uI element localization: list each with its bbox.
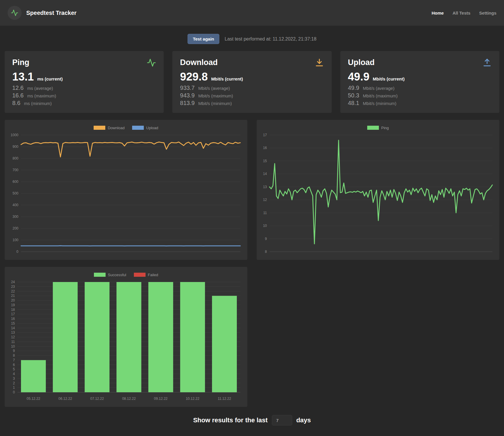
card-title: Upload: [348, 58, 492, 67]
legend-item-download[interactable]: Download: [94, 126, 125, 130]
stat-cards: Ping 13.1 ms (current) 12.6 ms (average)…: [5, 51, 499, 113]
stat-label: ms (average): [27, 86, 53, 91]
nav-home[interactable]: Home: [432, 10, 444, 15]
current-value-row: 929.8 Mbit/s (current): [180, 71, 324, 83]
stat-label: ms (maximum): [27, 93, 56, 98]
ping-chart-panel: Ping 891011121314151617: [257, 120, 499, 260]
svg-text:12: 12: [263, 198, 267, 202]
show-results-label: Show results for the last: [193, 416, 268, 424]
svg-text:10: 10: [263, 224, 267, 228]
current-unit: Mbit/s (current): [211, 76, 243, 81]
current-unit: ms (current): [37, 76, 63, 81]
current-value: 49.9: [348, 71, 370, 83]
stat-row: 8.6 ms (minimum): [12, 99, 156, 107]
legend-item-ping[interactable]: Ping: [367, 126, 389, 130]
card-title: Ping: [12, 58, 156, 67]
upload-card: Upload 49.9 Mbit/s (current) 49.9 Mbit/s…: [340, 51, 499, 113]
svg-text:0: 0: [13, 390, 15, 394]
svg-text:19: 19: [11, 303, 15, 307]
legend-label: Ping: [381, 126, 389, 130]
svg-text:21: 21: [11, 294, 15, 298]
tests-chart-panel: SuccessfulFailed 01234567891011121314151…: [5, 267, 247, 407]
svg-text:15: 15: [11, 321, 15, 325]
svg-text:10: 10: [11, 344, 15, 349]
tests-chart-legend: SuccessfulFailed: [8, 270, 244, 279]
svg-text:600: 600: [13, 180, 18, 184]
svg-text:22: 22: [11, 289, 15, 293]
app-logo[interactable]: [8, 6, 22, 20]
svg-text:11.12.22: 11.12.22: [218, 397, 231, 401]
stat-row: 50.3 Mbit/s (maximum): [348, 92, 492, 99]
svg-text:11: 11: [263, 211, 267, 215]
svg-text:07.12.22: 07.12.22: [90, 397, 104, 401]
legend-swatch: [134, 273, 146, 277]
current-value: 13.1: [12, 71, 34, 83]
svg-text:3: 3: [13, 377, 15, 381]
svg-text:15: 15: [263, 159, 267, 163]
tests-chart-canvas: 0123456789101112131415161718192021222324…: [8, 279, 244, 403]
legend-item-successful[interactable]: Successful: [94, 273, 126, 277]
app-header: Speedtest Tracker Home All Tests Setting…: [0, 0, 504, 26]
legend-swatch: [132, 126, 144, 130]
stat-label: Mbit/s (maximum): [363, 93, 398, 98]
stat-value: 813.9: [180, 100, 195, 106]
svg-text:7: 7: [13, 358, 15, 362]
svg-text:9: 9: [13, 349, 15, 353]
stat-row: 48.1 Mbit/s (minimum): [348, 99, 492, 107]
show-results-row: Show results for the last days: [0, 415, 504, 426]
stat-row: 943.9 Mbit/s (maximum): [180, 92, 324, 99]
svg-text:16: 16: [11, 317, 15, 321]
current-value-row: 49.9 Mbit/s (current): [348, 71, 492, 83]
svg-text:13: 13: [263, 185, 267, 189]
nav-all-tests[interactable]: All Tests: [452, 10, 470, 15]
days-input[interactable]: [272, 415, 292, 426]
speed-chart-legend: DownloadUpload: [8, 123, 244, 132]
legend-label: Download: [108, 126, 125, 130]
current-value: 929.8: [180, 71, 208, 83]
speed-chart-canvas: 01002003004005006007008009001000: [8, 132, 244, 256]
legend-label: Failed: [148, 273, 158, 277]
activity-icon: [147, 58, 156, 69]
legend-label: Upload: [146, 126, 158, 130]
svg-text:9: 9: [265, 237, 267, 241]
svg-text:18: 18: [11, 308, 15, 312]
svg-text:08.12.22: 08.12.22: [122, 397, 136, 401]
legend-label: Successful: [108, 273, 126, 277]
test-row: Test again Last test performed at: 11.12…: [0, 34, 504, 44]
download-icon: [315, 58, 324, 69]
svg-text:5: 5: [13, 367, 15, 371]
svg-text:0: 0: [16, 250, 18, 254]
test-again-button[interactable]: Test again: [188, 34, 219, 44]
stat-value: 943.9: [180, 92, 195, 99]
brand: Speedtest Tracker: [8, 6, 76, 20]
svg-text:8: 8: [13, 353, 15, 358]
upload-icon: [482, 58, 492, 69]
svg-text:24: 24: [11, 280, 15, 284]
charts-row-top: DownloadUpload 0100200300400500600700800…: [5, 120, 499, 260]
svg-text:100: 100: [13, 238, 18, 242]
svg-text:06.12.22: 06.12.22: [58, 397, 72, 401]
svg-text:700: 700: [13, 168, 18, 172]
svg-text:09.12.22: 09.12.22: [154, 397, 168, 401]
legend-swatch: [94, 273, 106, 277]
stat-row: 12.6 ms (average): [12, 84, 156, 92]
stat-label: Mbit/s (average): [198, 86, 230, 91]
stat-label: Mbit/s (average): [363, 86, 394, 91]
stat-label: Mbit/s (minimum): [363, 101, 396, 106]
svg-text:2: 2: [13, 381, 15, 385]
legend-swatch: [94, 126, 105, 130]
current-value-row: 13.1 ms (current): [12, 71, 156, 83]
svg-text:11: 11: [11, 340, 15, 344]
activity-icon: [11, 9, 18, 17]
legend-item-upload[interactable]: Upload: [132, 126, 158, 130]
stat-value: 50.3: [348, 92, 359, 99]
svg-text:8: 8: [265, 250, 267, 254]
svg-text:800: 800: [13, 156, 18, 160]
svg-text:1: 1: [13, 386, 15, 390]
stat-value: 16.6: [12, 92, 24, 99]
svg-text:13: 13: [11, 330, 15, 335]
nav-settings[interactable]: Settings: [479, 10, 496, 15]
svg-text:900: 900: [13, 145, 18, 149]
legend-swatch: [367, 126, 379, 130]
legend-item-failed[interactable]: Failed: [134, 273, 158, 277]
